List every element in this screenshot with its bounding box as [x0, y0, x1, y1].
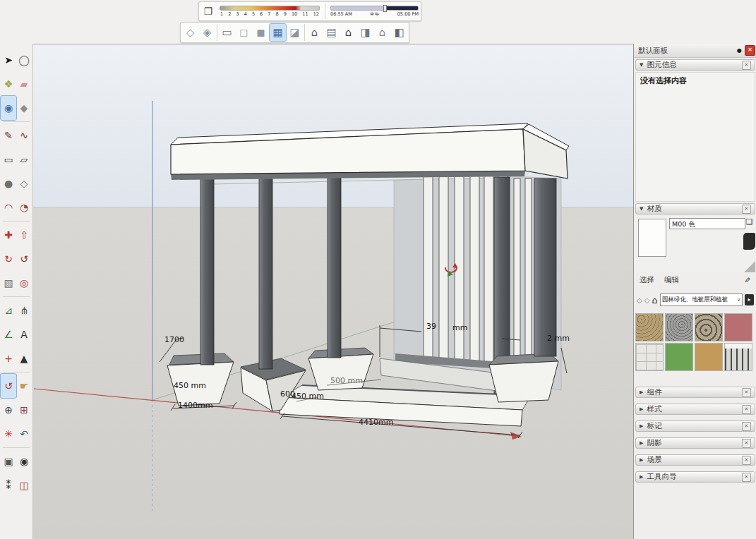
close-section-icon[interactable]: ✕ — [742, 456, 751, 465]
axes-figure-tool-icon[interactable]: ⋔ — [16, 298, 32, 322]
polygon-tool-icon[interactable]: ◇ — [16, 171, 32, 195]
circle-tool-icon[interactable]: ● — [1, 171, 16, 195]
close-section-icon[interactable]: ✕ — [742, 405, 751, 414]
time-slider[interactable]: 06:55 AM 中午 05:00 PM — [330, 6, 419, 18]
offset-tool-icon[interactable]: ◎ — [16, 271, 32, 295]
3d-text-tool-icon[interactable]: ▲ — [16, 346, 32, 370]
forward-arrow-icon[interactable]: ◇ — [644, 296, 650, 304]
rectangle-tool-icon[interactable]: ▭ — [1, 147, 16, 171]
follow-me-tool-icon[interactable]: ↺ — [16, 247, 32, 271]
tab-edit[interactable]: 编辑 — [664, 275, 679, 285]
scale-tool-icon[interactable]: ▧ — [1, 271, 16, 295]
eraser-tool-icon[interactable]: ▰ — [16, 72, 32, 96]
back-arrow-icon[interactable]: ◇ — [637, 296, 642, 304]
date-slider[interactable]: 123456789101112 — [220, 6, 320, 17]
select-tool-icon[interactable]: ➤ — [1, 48, 16, 72]
orbit-tool-icon[interactable]: ↺ — [1, 374, 16, 398]
tray-section-标记[interactable]: ▶标记✕ — [635, 420, 755, 432]
zoom-extents-tool-icon[interactable]: ✳ — [1, 422, 16, 446]
back-edges-style-icon[interactable]: ◈ — [199, 24, 215, 41]
swatch-gravel-tan[interactable] — [635, 313, 664, 341]
position-camera-tool-icon[interactable]: ▣ — [1, 449, 16, 473]
close-section-icon[interactable]: ✕ — [742, 388, 751, 397]
swatch-ochre[interactable] — [695, 343, 723, 371]
tray-section-阴影[interactable]: ▶阴影✕ — [635, 437, 755, 449]
pan-tool-icon[interactable]: ☛ — [16, 374, 32, 398]
tray-section-工具向导[interactable]: ▶工具向导✕ — [635, 471, 755, 483]
text-tool-icon[interactable]: A — [16, 322, 32, 346]
protractor-tool-icon[interactable]: ∠ — [1, 322, 16, 346]
close-materials-icon[interactable]: ✕ — [742, 205, 751, 214]
zoom-tool-icon[interactable]: ⊕ — [1, 398, 16, 422]
close-tray-button[interactable]: ✕ — [745, 45, 755, 56]
entity-info-header[interactable]: ▼ 图元信息 ✕ — [635, 59, 755, 71]
swatch-grass-green[interactable] — [665, 343, 693, 371]
close-entity-info-icon[interactable]: ✕ — [742, 61, 751, 70]
time-slider-handle[interactable] — [383, 5, 387, 12]
tab-select[interactable]: 选择 — [640, 275, 654, 285]
monochrome-style-icon[interactable]: ◪ — [287, 24, 303, 41]
materials-header[interactable]: ▼ 材质 ✕ — [635, 203, 755, 214]
footing-4-front — [489, 361, 558, 402]
previous-view-tool-icon[interactable]: ↶ — [16, 422, 32, 446]
freehand-tool-icon[interactable]: ∿ — [16, 123, 32, 147]
right-view-icon[interactable]: ◨ — [357, 24, 373, 41]
shaded-style-icon[interactable]: ◼ — [253, 24, 269, 41]
section-plane-tool-icon[interactable]: ◫ — [16, 473, 32, 497]
home-icon[interactable]: ⌂ — [652, 295, 657, 305]
close-section-icon[interactable]: ✕ — [742, 473, 751, 482]
xray-style-icon[interactable]: ◇ — [182, 24, 198, 41]
material-name-field[interactable]: M00 色 — [669, 218, 745, 229]
tray-section-组件[interactable]: ▶组件✕ — [635, 387, 755, 398]
swatch-pavers[interactable] — [635, 343, 664, 371]
tape-measure-tool-icon[interactable]: ⊿ — [1, 298, 16, 322]
close-section-icon[interactable]: ✕ — [742, 422, 751, 431]
close-section-icon[interactable]: ✕ — [742, 439, 751, 448]
details-icon[interactable]: ▸ — [745, 294, 754, 305]
pin-icon[interactable]: ● — [737, 47, 742, 54]
iso-view-icon[interactable]: ⌂ — [306, 24, 323, 41]
expand-triangle-icon: ▶ — [640, 406, 643, 412]
sample-paint-icon[interactable] — [743, 233, 755, 250]
preview-corner-fold — [744, 261, 755, 272]
shadow-toggle-icon[interactable]: ❐ — [201, 4, 215, 18]
arc-tool-icon[interactable]: ◠ — [1, 195, 16, 219]
material-preview[interactable] — [638, 219, 666, 257]
tray-section-样式[interactable]: ▶样式✕ — [635, 404, 755, 415]
left-view-icon[interactable]: ◧ — [391, 24, 407, 41]
push-pull-tool-icon[interactable]: ⇧ — [16, 223, 32, 247]
line-tool-icon[interactable]: ✎ — [1, 123, 16, 147]
make-component-tool-icon[interactable]: ❖ — [1, 72, 16, 96]
expand-triangle-icon: ▶ — [640, 389, 643, 395]
top-view-icon[interactable]: ▤ — [323, 24, 340, 41]
shaded-with-textures-style-icon[interactable]: ▦ — [270, 24, 286, 41]
surface-tool-icon[interactable]: ◆ — [16, 96, 32, 120]
zoom-window-tool-icon[interactable]: ⊞ — [16, 398, 32, 422]
front-view-icon[interactable]: ⌂ — [340, 24, 356, 41]
time-slider-track[interactable] — [330, 6, 419, 11]
tray-section-场景[interactable]: ▶场景✕ — [635, 454, 755, 466]
swatch-fence[interactable] — [724, 343, 752, 371]
date-slider-months: 123456789101112 — [220, 11, 320, 17]
axes-tool-icon[interactable]: + — [1, 346, 16, 370]
rotated-rectangle-tool-icon[interactable]: ▱ — [16, 147, 32, 171]
look-around-tool-icon[interactable]: ◉ — [16, 449, 32, 473]
swatch-mauve[interactable] — [724, 313, 752, 341]
wireframe-style-icon[interactable]: ▭ — [219, 24, 235, 41]
pie-tool-icon[interactable]: ◔ — [16, 195, 32, 219]
tray-title-bar[interactable]: 默认面板 ● ✕ — [634, 44, 756, 58]
swatch-gravel-gray[interactable] — [665, 313, 693, 341]
date-slider-track[interactable] — [220, 6, 320, 11]
hidden-line-style-icon[interactable]: ◻ — [236, 24, 252, 41]
paint-bucket-tool-icon[interactable]: ◉ — [1, 96, 16, 120]
create-material-icon[interactable]: ❏ — [744, 217, 755, 229]
rotate-tool-icon[interactable]: ↻ — [1, 247, 16, 271]
walk-tool-icon[interactable]: ⁑ — [1, 473, 16, 497]
lasso-tool-icon[interactable]: ◯ — [16, 48, 32, 72]
eyedropper-icon[interactable]: ✎ — [744, 277, 752, 284]
move-tool-icon[interactable]: ✚ — [1, 223, 16, 247]
back-view-icon[interactable]: ⌂ — [374, 24, 390, 41]
swatch-pebbles[interactable] — [695, 313, 723, 341]
viewport[interactable]: 1700450 mm1400mm600450 mm500 mm4410mm39m… — [33, 44, 633, 539]
material-category-dropdown[interactable]: 园林绿化、地被层和植被 ∨ — [660, 293, 743, 306]
